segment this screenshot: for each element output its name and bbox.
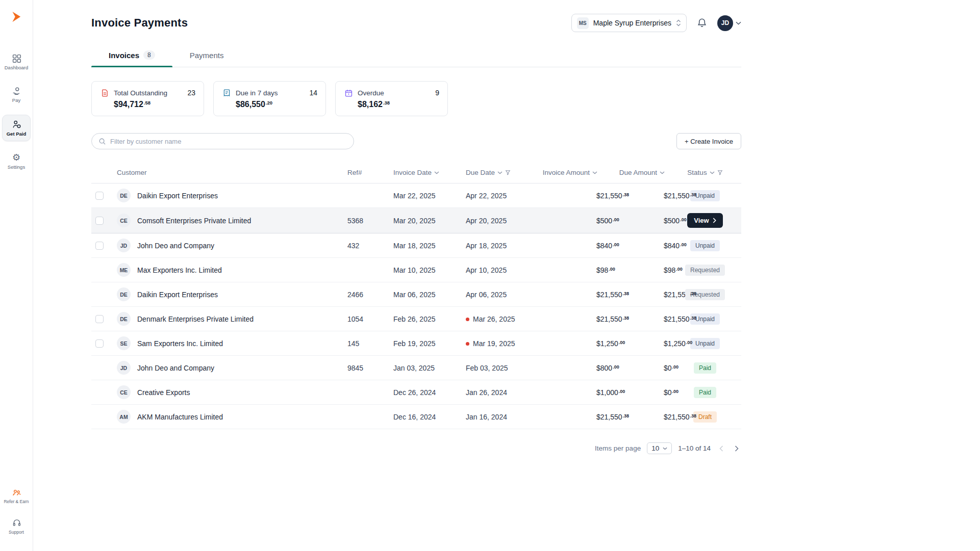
card-total-outstanding[interactable]: Total Outstanding 23 $94,712.58 <box>91 81 204 116</box>
sidebar-item-label: Settings <box>8 165 25 170</box>
due-date: Apr 20, 2025 <box>462 208 534 233</box>
sort-caret-icon <box>710 171 715 174</box>
card-amount: $94,712.58 <box>114 100 195 109</box>
card-label: Overdue <box>358 89 435 97</box>
table-row[interactable]: AMAKM Manufactures Limited Dec 16, 2024 … <box>91 405 741 429</box>
tab-payments[interactable]: Payments <box>172 50 241 67</box>
invoice-date: Mar 20, 2025 <box>389 208 462 233</box>
view-button[interactable]: View <box>687 213 722 228</box>
customer-avatar: DE <box>117 287 131 301</box>
row-checkbox[interactable] <box>95 339 104 348</box>
tab-invoices[interactable]: Invoices 8 <box>91 50 172 67</box>
sidebar-item-support[interactable]: Support <box>2 514 31 539</box>
ref-number <box>343 380 389 405</box>
due-date: Feb 03, 2025 <box>462 356 534 380</box>
filter-funnel-icon[interactable] <box>717 170 723 175</box>
ref-number: 432 <box>343 233 389 258</box>
invoice-table: Customer Ref# Invoice Date Due Date Invo… <box>91 164 741 429</box>
row-checkbox[interactable] <box>95 217 104 225</box>
row-checkbox[interactable] <box>95 192 104 200</box>
due-7-days-icon <box>222 88 231 97</box>
page-title: Invoice Payments <box>91 16 188 30</box>
bell-icon <box>696 17 708 29</box>
sidebar-footer: Refer & Earn Support <box>2 483 31 544</box>
customer-avatar: JD <box>117 361 131 375</box>
customer-avatar: CE <box>117 214 131 227</box>
ref-number <box>343 258 389 282</box>
invoice-date: Mar 22, 2025 <box>389 183 462 208</box>
sidebar-item-settings[interactable]: ⚙ Settings <box>2 148 31 174</box>
column-due-date[interactable]: Due Date <box>462 164 534 183</box>
pagination: Items per page 10 1–10 of 14 <box>91 442 741 454</box>
customer-name: Sam Exporters Inc. Limited <box>137 339 223 348</box>
customer-filter[interactable] <box>91 133 354 149</box>
topbar: Invoice Payments MS Maple Syrup Enterpri… <box>91 14 741 32</box>
sidebar-item-label: Support <box>9 530 24 535</box>
items-per-page-label: Items per page <box>595 444 641 452</box>
refer-earn-icon <box>11 487 21 497</box>
customer-filter-input[interactable] <box>110 138 347 145</box>
sidebar-item-pay[interactable]: Pay <box>2 82 31 107</box>
sidebar-item-refer-earn[interactable]: Refer & Earn <box>2 483 31 508</box>
ref-number: 2466 <box>343 282 389 307</box>
card-label: Due in 7 days <box>236 89 309 97</box>
customer-avatar: AM <box>117 410 131 424</box>
row-checkbox[interactable] <box>95 242 104 250</box>
due-amount: $21,550.38 <box>601 405 669 429</box>
ref-number: 5368 <box>343 208 389 233</box>
user-avatar: JD <box>717 15 733 31</box>
row-checkbox[interactable] <box>95 315 104 323</box>
items-per-page-select[interactable]: 10 <box>647 442 672 454</box>
customer-name: John Deo and Company <box>137 242 214 250</box>
org-name: Maple Syrup Enterprises <box>593 19 671 27</box>
chevron-right-icon <box>735 445 739 452</box>
filter-funnel-icon[interactable] <box>505 170 511 175</box>
card-amount: $86,550.20 <box>236 100 317 109</box>
status-badge: Unpaid <box>690 338 720 349</box>
due-date: Mar 26, 2025 <box>462 307 534 331</box>
next-page-button[interactable] <box>732 444 741 453</box>
customer-avatar: SE <box>117 336 131 350</box>
customer-avatar: JD <box>117 239 131 252</box>
ref-number <box>343 405 389 429</box>
org-selector[interactable]: MS Maple Syrup Enterprises <box>571 14 687 32</box>
invoice-date: Mar 18, 2025 <box>389 233 462 258</box>
selector-chevrons-icon <box>676 19 681 27</box>
due-date: Apr 22, 2025 <box>462 183 534 208</box>
sidebar-item-label: Dashboard <box>5 65 28 70</box>
sort-caret-icon <box>592 171 597 174</box>
status-badge: Paid <box>694 362 716 374</box>
notifications-button[interactable] <box>696 17 708 29</box>
overdue-dot-icon <box>466 318 469 321</box>
app-logo[interactable] <box>9 9 24 24</box>
user-menu[interactable]: JD <box>717 15 741 31</box>
sidebar-nav: Dashboard Pay Get Paid ⚙ Settings <box>2 49 31 181</box>
customer-name: Daikin Export Enterprises <box>137 291 218 299</box>
invoice-date: Mar 06, 2025 <box>389 282 462 307</box>
due-date: Apr 06, 2025 <box>462 282 534 307</box>
sidebar-item-dashboard[interactable]: Dashboard <box>2 49 31 74</box>
toolbar: + Create Invoice <box>91 133 741 149</box>
settings-icon: ⚙ <box>11 152 21 163</box>
search-icon <box>98 138 106 145</box>
customer-name: AKM Manufactures Limited <box>137 413 223 421</box>
previous-page-button[interactable] <box>717 444 726 453</box>
card-due-7-days[interactable]: Due in 7 days 14 $86,550.20 <box>213 81 326 116</box>
customer-name: Comsoft Enterprises Private Limited <box>137 217 251 225</box>
get-paid-icon <box>11 119 21 129</box>
sidebar-item-get-paid[interactable]: Get Paid <box>2 115 31 141</box>
chevron-down-icon <box>663 447 667 450</box>
due-date: Apr 18, 2025 <box>462 233 534 258</box>
tab-label: Payments <box>190 51 224 60</box>
card-overdue[interactable]: Overdue 9 $8,162.38 <box>335 81 448 116</box>
create-invoice-button[interactable]: + Create Invoice <box>676 133 741 149</box>
invoice-amount: $21,550.38 <box>534 405 601 429</box>
pay-icon <box>11 86 21 96</box>
ref-number: 9845 <box>343 356 389 380</box>
summary-cards: Total Outstanding 23 $94,712.58 Due in 7… <box>91 81 741 116</box>
sidebar-item-label: Get Paid <box>7 132 27 137</box>
card-count: 14 <box>309 89 317 97</box>
tab-count-badge: 8 <box>143 50 155 60</box>
total-outstanding-icon <box>100 88 109 97</box>
column-invoice-date[interactable]: Invoice Date <box>389 164 462 183</box>
